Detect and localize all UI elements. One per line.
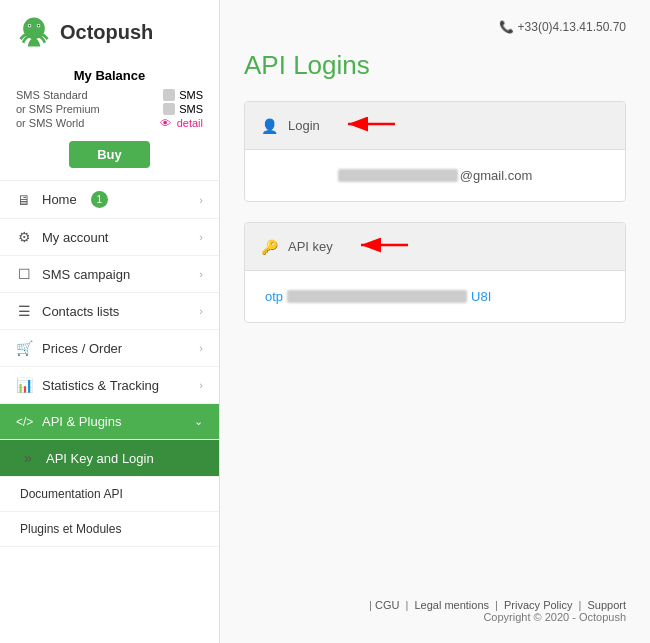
balance-row-world: or SMS World 👁 detail — [16, 117, 203, 129]
balance-section: My Balance SMS Standard SMS or SMS Premi… — [0, 60, 219, 181]
api-key-card-label: API key — [288, 239, 333, 254]
prices-order-icon: 🛒 — [16, 340, 32, 356]
sidebar-item-my-account-label: My account — [42, 230, 108, 245]
detail-link[interactable]: detail — [177, 117, 203, 129]
api-suffix: U8I — [471, 289, 491, 304]
login-card-label: Login — [288, 118, 320, 133]
login-card-body: @gmail.com — [245, 150, 625, 201]
octopush-logo-icon — [16, 14, 52, 50]
api-key-login-icon: » — [20, 450, 36, 466]
arrow-login — [340, 112, 400, 136]
logo-area: Octopush — [0, 0, 219, 60]
contacts-lists-icon: ☰ — [16, 303, 32, 319]
api-key-card-header: 🔑 API key — [245, 223, 625, 271]
api-key-card: 🔑 API key otp U8I — [244, 222, 626, 323]
prices-order-chevron-icon: › — [199, 342, 203, 354]
api-key-display: otp U8I — [265, 289, 605, 304]
sms-standard-label: SMS Standard — [16, 89, 88, 101]
footer-support-link[interactable]: Support — [587, 599, 626, 611]
contacts-lists-chevron-icon: › — [199, 305, 203, 317]
sidebar-item-statistics-label: Statistics & Tracking — [42, 378, 159, 393]
detail-icon: 👁 — [160, 117, 171, 129]
svg-point-3 — [29, 25, 31, 27]
sms-premium-label: or SMS Premium — [16, 103, 100, 115]
home-icon: 🖥 — [16, 192, 32, 208]
sidebar-item-prices-order-label: Prices / Order — [42, 341, 122, 356]
sidebar-item-statistics[interactable]: 📊 Statistics & Tracking › — [0, 367, 219, 404]
my-account-chevron-icon: › — [199, 231, 203, 243]
sidebar-item-api-plugins-label: API & Plugins — [42, 414, 122, 429]
login-email-display: @gmail.com — [265, 168, 605, 183]
footer-legal-link[interactable]: Legal mentions — [414, 599, 489, 611]
sidebar-item-plugins-modules[interactable]: Plugins et Modules — [0, 512, 219, 547]
key-icon: 🔑 — [261, 239, 278, 255]
plugins-modules-label: Plugins et Modules — [20, 522, 121, 536]
footer-cgu-link[interactable]: CGU — [375, 599, 399, 611]
sidebar-item-api-plugins[interactable]: </> API & Plugins ⌄ — [0, 404, 219, 440]
sidebar-item-home[interactable]: 🖥 Home 1 › — [0, 181, 219, 219]
buy-button[interactable]: Buy — [69, 141, 150, 168]
home-chevron-icon: › — [199, 194, 203, 206]
sidebar-item-documentation-api[interactable]: Documentation API — [0, 477, 219, 512]
balance-row-premium: or SMS Premium SMS — [16, 103, 203, 115]
balance-title: My Balance — [16, 68, 203, 83]
footer-links-row: | CGU | Legal mentions | Privacy Policy … — [244, 599, 626, 611]
sidebar-item-api-key-login-label: API Key and Login — [46, 451, 154, 466]
email-suffix: @gmail.com — [460, 168, 532, 183]
sms-premium-unit: SMS — [179, 103, 203, 115]
svg-point-4 — [38, 25, 40, 27]
arrow-api-key — [353, 233, 413, 257]
balance-row-standard: SMS Standard SMS — [16, 89, 203, 101]
sidebar-item-home-label: Home — [42, 192, 77, 207]
sms-world-label: or SMS World — [16, 117, 84, 129]
sms-standard-dot — [163, 89, 175, 101]
sms-campaign-chevron-icon: › — [199, 268, 203, 280]
sidebar-item-contacts-lists-label: Contacts lists — [42, 304, 119, 319]
logo-text: Octopush — [60, 21, 153, 44]
api-plugins-icon: </> — [16, 415, 32, 429]
footer-privacy-link[interactable]: Privacy Policy — [504, 599, 572, 611]
api-plugins-chevron-icon: ⌄ — [194, 415, 203, 428]
sidebar: Octopush My Balance SMS Standard SMS or … — [0, 0, 220, 643]
phone-bar: 📞 +33(0)4.13.41.50.70 — [244, 20, 626, 34]
api-prefix: otp — [265, 289, 283, 304]
sidebar-item-prices-order[interactable]: 🛒 Prices / Order › — [0, 330, 219, 367]
sidebar-nav: 🖥 Home 1 › ⚙ My account › ☐ SMS campaign… — [0, 181, 219, 547]
sidebar-item-my-account[interactable]: ⚙ My account › — [0, 219, 219, 256]
login-card-header: 👤 Login — [245, 102, 625, 150]
home-badge: 1 — [91, 191, 108, 208]
sms-campaign-icon: ☐ — [16, 266, 32, 282]
documentation-api-label: Documentation API — [20, 487, 123, 501]
sidebar-item-sms-campaign[interactable]: ☐ SMS campaign › — [0, 256, 219, 293]
statistics-icon: 📊 — [16, 377, 32, 393]
sidebar-item-sms-campaign-label: SMS campaign — [42, 267, 130, 282]
footer-copyright: Copyright © 2020 - Octopush — [244, 611, 626, 623]
main-content: 📞 +33(0)4.13.41.50.70 API Logins 👤 Login — [220, 0, 650, 643]
sidebar-item-contacts-lists[interactable]: ☰ Contacts lists › — [0, 293, 219, 330]
sidebar-item-api-key-login[interactable]: » API Key and Login — [0, 440, 219, 477]
sms-standard-unit: SMS — [179, 89, 203, 101]
my-account-icon: ⚙ — [16, 229, 32, 245]
api-blurred-part — [287, 290, 467, 303]
email-blurred-part — [338, 169, 458, 182]
phone-number: +33(0)4.13.41.50.70 — [518, 20, 626, 34]
user-icon: 👤 — [261, 118, 278, 134]
footer: | CGU | Legal mentions | Privacy Policy … — [244, 579, 626, 623]
login-card: 👤 Login @gmail.com — [244, 101, 626, 202]
sms-premium-dot — [163, 103, 175, 115]
page-title: API Logins — [244, 50, 626, 81]
statistics-chevron-icon: › — [199, 379, 203, 391]
api-key-card-body: otp U8I — [245, 271, 625, 322]
